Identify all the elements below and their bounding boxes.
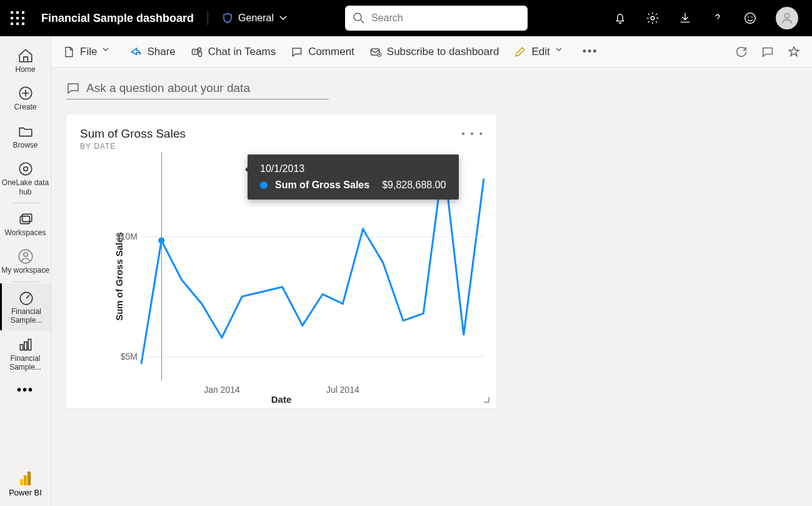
svg-point-14	[20, 292, 33, 305]
svg-point-20	[198, 48, 201, 51]
sensitivity-dropdown[interactable]: General	[222, 12, 288, 24]
tile-more-menu[interactable]: • • •	[461, 128, 484, 139]
nav-home[interactable]: Home	[0, 41, 51, 79]
svg-rect-11	[22, 214, 31, 221]
top-bar: Financial Sample dashboard General	[0, 0, 812, 36]
file-icon	[63, 46, 75, 58]
teams-icon: T	[191, 46, 203, 58]
side-nav: Home Create Browse OneLake data hub Work…	[0, 36, 51, 506]
dashboard-icon	[18, 290, 34, 306]
subscribe-button[interactable]: Subscribe to dashboard	[369, 46, 499, 58]
chevron-down-icon	[555, 46, 568, 58]
search-input[interactable]	[371, 13, 520, 24]
nav-browse[interactable]: Browse	[0, 117, 51, 154]
download-icon[interactable]	[678, 11, 692, 25]
cmd-label: File	[80, 46, 97, 58]
y-tick-label: $5M	[121, 352, 138, 362]
tooltip-date: 10/1/2013	[260, 163, 446, 175]
cmd-label: Edit	[531, 46, 549, 58]
cmd-label: Share	[147, 46, 175, 58]
brand-switcher[interactable]: Power BI	[9, 470, 42, 506]
nav-workspaces[interactable]: Workspaces	[0, 205, 51, 242]
svg-point-4	[748, 16, 749, 18]
svg-point-13	[23, 253, 28, 257]
cmd-label: Subscribe to dashboard	[387, 46, 499, 58]
nav-label: OneLake data hub	[0, 178, 51, 196]
search-icon	[353, 12, 365, 24]
powerbi-icon	[20, 470, 31, 485]
feedback-icon[interactable]	[743, 11, 757, 25]
notifications-icon[interactable]	[613, 11, 627, 25]
comment-icon	[291, 46, 303, 58]
app-launcher-icon[interactable]	[9, 9, 26, 27]
nav-financial-dashboard[interactable]: Financial Sample...	[0, 283, 51, 330]
subscribe-icon	[369, 46, 382, 58]
help-icon[interactable]	[711, 11, 724, 25]
favorite-icon[interactable]	[787, 45, 801, 59]
chevron-down-icon	[279, 14, 288, 23]
pencil-icon	[514, 46, 526, 58]
cmd-label: Comment	[308, 46, 354, 58]
search-box[interactable]	[345, 6, 528, 31]
workspaces-icon	[18, 211, 34, 227]
x-tick-label: Jan 2014	[204, 385, 240, 395]
chart-tile: Sum of Gross Sales BY DATE • • • Sum of …	[66, 114, 496, 408]
svg-point-0	[354, 13, 361, 21]
settings-icon[interactable]	[646, 11, 659, 25]
svg-point-8	[19, 163, 32, 175]
chat-icon[interactable]	[761, 45, 774, 59]
x-tick-label: Jul 2014	[326, 385, 359, 395]
nav-label: Financial Sample...	[2, 307, 51, 325]
crosshair-line	[161, 152, 162, 381]
chevron-down-icon	[102, 46, 114, 58]
user-avatar[interactable]	[776, 7, 798, 29]
nav-label: My workspace	[1, 266, 49, 275]
chat-teams-button[interactable]: T Chat in Teams	[191, 46, 276, 58]
home-icon	[18, 48, 34, 64]
nav-label: Create	[14, 103, 36, 111]
y-tick-label: $10M	[116, 231, 138, 241]
onelake-icon	[18, 161, 34, 177]
svg-line-1	[361, 20, 364, 23]
nav-create[interactable]: Create	[0, 79, 51, 116]
file-menu[interactable]: File	[63, 46, 114, 58]
nav-financial-report[interactable]: Financial Sample...	[0, 330, 51, 377]
bar-chart-icon	[18, 336, 34, 353]
qna-placeholder: Ask a question about your data	[86, 81, 250, 95]
refresh-icon[interactable]	[734, 45, 748, 59]
edit-menu[interactable]: Edit	[514, 46, 567, 58]
nav-label: Financial Sample...	[0, 354, 51, 372]
separator	[12, 203, 39, 203]
series-color-dot	[260, 181, 268, 189]
header-actions	[613, 7, 798, 29]
page-title: Financial Sample dashboard	[41, 12, 194, 25]
command-bar: File Share T Chat in Teams Comment Subsc…	[51, 36, 812, 68]
shield-icon	[222, 12, 233, 24]
tooltip-value: $9,828,688.00	[382, 180, 446, 191]
tile-subtitle: BY DATE	[80, 142, 483, 151]
svg-point-3	[745, 13, 756, 24]
folder-icon	[18, 123, 34, 139]
svg-point-2	[651, 16, 654, 20]
share-button[interactable]: Share	[129, 46, 175, 58]
chart-tooltip: 10/1/2013 Sum of Gross Sales $9,828,688.…	[248, 154, 459, 200]
separator	[208, 11, 208, 25]
cmd-label: Chat in Teams	[208, 46, 276, 58]
svg-rect-15	[20, 345, 23, 350]
tile-title: Sum of Gross Sales	[80, 127, 483, 141]
overflow-menu[interactable]: •••	[583, 45, 598, 58]
nav-more[interactable]: •••	[17, 377, 34, 403]
sensitivity-label: General	[238, 13, 274, 24]
svg-rect-17	[28, 339, 31, 350]
svg-point-6	[784, 14, 789, 18]
person-circle-icon	[18, 248, 34, 265]
nav-label: Browse	[13, 141, 38, 149]
comment-button[interactable]: Comment	[291, 46, 354, 58]
nav-onelake[interactable]: OneLake data hub	[0, 154, 51, 201]
plus-circle-icon	[18, 85, 34, 101]
x-axis-title: Date	[271, 394, 292, 405]
nav-my-workspace[interactable]: My workspace	[0, 242, 51, 280]
qna-input[interactable]: Ask a question about your data	[66, 79, 329, 99]
resize-handle-icon[interactable]	[483, 396, 490, 403]
y-axis-title: Sum of Gross Sales	[114, 232, 124, 321]
